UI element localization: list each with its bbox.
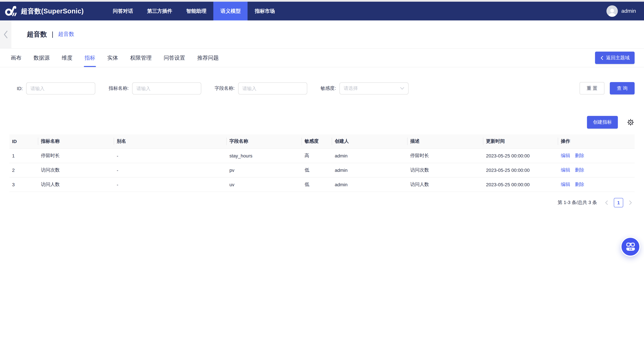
- chevron-right-icon: [629, 200, 632, 205]
- chevron-left-icon: [605, 200, 608, 205]
- pagination: 第 1-3 条/总共 3 条 1: [10, 198, 634, 207]
- cell-updated: 2023-05-25 00:00:00: [483, 163, 558, 177]
- col-creator: 创建人: [332, 134, 408, 149]
- filter-metric-name-input[interactable]: [132, 82, 201, 94]
- cell-field: stay_hours: [227, 149, 302, 163]
- delete-link[interactable]: 删除: [575, 167, 584, 172]
- table-row: 1 停留时长 - stay_hours 高 admin 停留时长 2023-05…: [10, 149, 634, 163]
- tab-recommend-questions[interactable]: 推荐问题: [196, 49, 219, 67]
- cell-field: pv: [227, 163, 302, 177]
- filter-id-input[interactable]: [26, 82, 95, 94]
- cell-creator: admin: [332, 177, 408, 192]
- cell-alias: -: [114, 163, 227, 177]
- app-root: 超音数(SuperSonic) 问答对话 第三方插件 智能助理 语义模型 指标市…: [0, 0, 644, 340]
- edit-link[interactable]: 编辑: [561, 153, 570, 158]
- settings-gear-icon[interactable]: [626, 118, 634, 126]
- brand[interactable]: 超音数(SuperSonic): [5, 5, 84, 17]
- chevron-down-icon: [400, 87, 404, 90]
- chevron-left-icon: [3, 30, 8, 38]
- nav-item-semantic-model[interactable]: 语义模型: [214, 2, 248, 20]
- filter-metric-name: 指标名称:: [109, 82, 201, 94]
- cell-id: 1: [10, 149, 38, 163]
- nav-item-qa-chat[interactable]: 问答对话: [106, 2, 140, 20]
- cell-sensitivity: 低: [302, 163, 332, 177]
- delete-link[interactable]: 删除: [575, 181, 584, 187]
- cell-sensitivity: 高: [302, 149, 332, 163]
- filter-sensitivity: 敏感度: 请选择: [320, 82, 408, 94]
- cell-description: 停留时长: [408, 149, 483, 163]
- cell-updated: 2023-05-25 00:00:00: [483, 149, 558, 163]
- col-id: ID: [10, 134, 38, 149]
- nav-item-plugins[interactable]: 第三方插件: [140, 2, 179, 20]
- tab-metric[interactable]: 指标: [84, 49, 96, 67]
- nav-menu: 问答对话 第三方插件 智能助理 语义模型 指标市场: [106, 2, 282, 20]
- cell-alias: -: [114, 149, 227, 163]
- breadcrumb-current-link[interactable]: 超音数: [58, 31, 74, 38]
- table-header-row: ID 指标名称 别名 字段名称 敏感度 创建人 描述 更新时间 操作: [10, 134, 634, 149]
- filter-buttons: 重 置 查 询: [580, 82, 634, 94]
- col-description: 描述: [408, 134, 483, 149]
- col-field-name: 字段名称: [227, 134, 302, 149]
- cell-description: 访问人数: [408, 177, 483, 192]
- filter-sensitivity-label: 敏感度:: [320, 85, 336, 91]
- cell-id: 3: [10, 177, 38, 192]
- top-edge-strip: [0, 0, 644, 2]
- cell-field: uv: [227, 177, 302, 192]
- tab-permission[interactable]: 权限管理: [130, 49, 152, 67]
- cell-name: 访问次数: [38, 163, 114, 177]
- table-toolbar: 创建指标: [10, 116, 634, 129]
- reset-button[interactable]: 重 置: [580, 82, 604, 94]
- pagination-prev-button[interactable]: [602, 198, 610, 207]
- back-button[interactable]: [0, 20, 12, 48]
- filter-sensitivity-select[interactable]: 请选择: [339, 82, 408, 94]
- filter-bar: ID: 指标名称: 字段名称: 敏感度: 请选择: [10, 82, 634, 94]
- brand-title: 超音数(SuperSonic): [21, 6, 84, 15]
- user-menu[interactable]: admin: [606, 5, 636, 17]
- assistant-chat-button[interactable]: [620, 237, 640, 257]
- edit-link[interactable]: 编辑: [561, 181, 570, 187]
- filter-field-name-input[interactable]: [238, 82, 307, 94]
- col-updated: 更新时间: [483, 134, 558, 149]
- tab-entity[interactable]: 实体: [107, 49, 119, 67]
- nav-item-assistant[interactable]: 智能助理: [179, 2, 214, 20]
- filter-id-label: ID:: [17, 86, 23, 91]
- cell-alias: -: [114, 177, 227, 192]
- select-placeholder: 请选择: [344, 85, 400, 91]
- user-name: admin: [621, 8, 636, 14]
- breadcrumb-separator: |: [52, 30, 53, 38]
- user-avatar-icon: [606, 5, 618, 17]
- pagination-page-1[interactable]: 1: [614, 198, 623, 207]
- cell-actions: 编辑 删除: [558, 149, 634, 163]
- filter-field-name: 字段名称:: [215, 82, 307, 94]
- tab-qa-settings[interactable]: 问答设置: [163, 49, 186, 67]
- col-metric-name: 指标名称: [38, 134, 114, 149]
- delete-link[interactable]: 删除: [575, 153, 584, 158]
- cell-updated: 2023-05-25 00:00:00: [483, 177, 558, 192]
- col-sensitivity: 敏感度: [302, 134, 332, 149]
- cell-description: 访问次数: [408, 163, 483, 177]
- tab-dimension[interactable]: 维度: [61, 49, 73, 67]
- tab-canvas[interactable]: 画布: [10, 49, 22, 67]
- nav-item-metric-market[interactable]: 指标市场: [248, 2, 282, 20]
- pagination-summary: 第 1-3 条/总共 3 条: [558, 200, 597, 206]
- page-title: 超音数: [27, 30, 47, 39]
- filter-id: ID:: [17, 82, 95, 94]
- table-row: 2 访问次数 - pv 低 admin 访问次数 2023-05-25 00:0…: [10, 163, 634, 177]
- tab-datasource[interactable]: 数据源: [33, 49, 50, 67]
- metrics-table: ID 指标名称 别名 字段名称 敏感度 创建人 描述 更新时间 操作 1 停留时…: [10, 134, 634, 192]
- cell-id: 2: [10, 163, 38, 177]
- create-metric-button[interactable]: 创建指标: [587, 116, 618, 129]
- cell-creator: admin: [332, 163, 408, 177]
- cell-sensitivity: 低: [302, 177, 332, 192]
- filter-metric-name-label: 指标名称:: [109, 85, 129, 91]
- filter-field-name-label: 字段名称:: [215, 85, 235, 91]
- table-row: 3 访问人数 - uv 低 admin 访问人数 2023-05-25 00:0…: [10, 177, 634, 192]
- cell-name: 访问人数: [38, 177, 114, 192]
- col-alias: 别名: [114, 134, 227, 149]
- pagination-next-button[interactable]: [626, 198, 634, 207]
- back-to-domain-button[interactable]: 返回主题域: [595, 52, 634, 64]
- query-button[interactable]: 查 询: [610, 82, 634, 94]
- cell-creator: admin: [332, 149, 408, 163]
- cell-actions: 编辑 删除: [558, 163, 634, 177]
- edit-link[interactable]: 编辑: [561, 167, 570, 172]
